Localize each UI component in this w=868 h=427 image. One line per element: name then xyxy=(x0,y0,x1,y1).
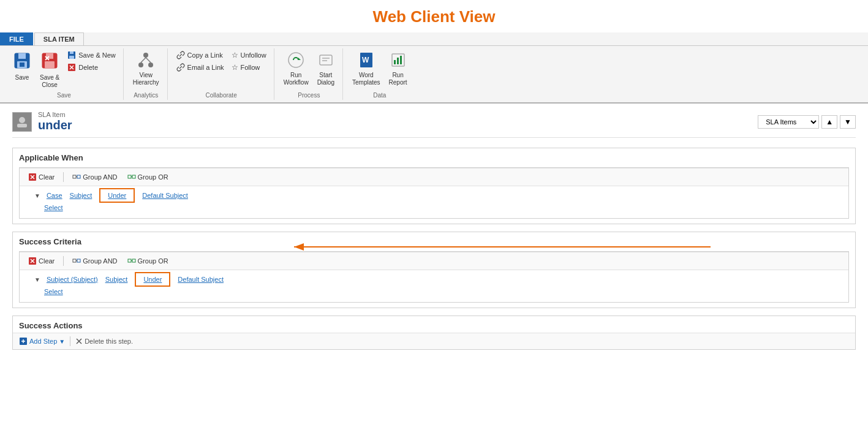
svg-rect-38 xyxy=(128,175,131,178)
value-link-1[interactable]: Default Subject xyxy=(142,192,188,199)
group-or-btn-2[interactable]: Group OR xyxy=(125,256,171,266)
email-link-button[interactable]: Email a Link xyxy=(174,62,227,73)
email-link-label: Email a Link xyxy=(187,64,224,71)
nav-dropdown[interactable]: SLA Items xyxy=(758,115,819,129)
group-and-icon-2 xyxy=(72,257,81,265)
copy-link-button[interactable]: Copy a Link xyxy=(174,50,227,61)
clear-label-1: Clear xyxy=(39,173,55,181)
group-or-label-2: Group OR xyxy=(138,257,168,265)
operator-box-1[interactable]: Under xyxy=(99,188,135,203)
svg-rect-1 xyxy=(18,53,26,59)
nav-down-arrow[interactable]: ▼ xyxy=(840,115,856,129)
add-step-button[interactable]: Add Step ▼ xyxy=(19,337,65,346)
delete-step-label: Delete this step. xyxy=(85,338,133,345)
page-title: Web Client View xyxy=(0,0,868,32)
collaborate-buttons: Copy a Link Email a Link ☆ Unfollow xyxy=(174,50,269,91)
svg-point-30 xyxy=(19,117,25,123)
group-and-btn-2[interactable]: Group AND xyxy=(70,256,119,266)
record-header: SLA Item under SLA Items ▲ ▼ xyxy=(12,104,856,138)
applicable-when-clear-btn[interactable]: Clear xyxy=(26,172,57,182)
svg-rect-21 xyxy=(320,55,332,65)
success-criteria-rows: ▼ Subject (Subject) Subject Under xyxy=(20,270,848,302)
delete-step-icon xyxy=(75,338,83,345)
analytics-group-label: Analytics xyxy=(134,92,158,99)
select-link-1[interactable]: Select xyxy=(44,204,63,211)
field-link-1[interactable]: Subject xyxy=(70,192,92,199)
group-and-btn-1[interactable]: Group AND xyxy=(70,172,119,182)
group-or-icon-1 xyxy=(127,173,136,181)
word-templates-button[interactable]: W Word Templates xyxy=(349,50,383,88)
start-dialog-label: Start Dialog xyxy=(317,72,334,86)
analytics-buttons: View Hierarchy xyxy=(130,50,162,91)
run-report-label: Run Report xyxy=(389,72,407,86)
delete-label: Delete xyxy=(78,64,98,71)
delete-step-button[interactable]: Delete this step. xyxy=(75,338,133,345)
start-dialog-button[interactable]: Start Dialog xyxy=(314,50,338,88)
value-cell-2: Default Subject xyxy=(174,274,227,284)
svg-rect-47 xyxy=(128,259,131,262)
view-hierarchy-button[interactable]: View Hierarchy xyxy=(130,50,162,88)
run-report-icon xyxy=(390,51,407,70)
svg-rect-36 xyxy=(77,175,80,178)
entity-cell-2: Subject (Subject) xyxy=(43,274,102,284)
save-close-button[interactable]: Save & Close xyxy=(37,50,62,91)
clear-label-2: Clear xyxy=(39,257,55,265)
unfollow-button[interactable]: ☆ Unfollow xyxy=(229,50,269,61)
record-info: SLA Item under xyxy=(38,111,72,132)
success-criteria-filter: Clear Group AND Group OR xyxy=(19,251,849,303)
copy-link-label: Copy a Link xyxy=(187,51,223,59)
success-criteria-title: Success Criteria xyxy=(13,232,855,249)
run-workflow-icon xyxy=(287,51,304,70)
entity-link-2[interactable]: Subject (Subject) xyxy=(47,276,98,283)
select-link-2[interactable]: Select xyxy=(44,288,63,295)
copy-link-icon xyxy=(176,51,185,59)
success-clear-btn[interactable]: Clear xyxy=(26,256,57,266)
ribbon-tabs: FILE SLA ITEM xyxy=(0,32,868,45)
applicable-when-section: Applicable When Clear Group AND xyxy=(12,148,856,224)
start-dialog-icon xyxy=(317,51,334,70)
record-type: SLA Item xyxy=(38,111,72,118)
svg-rect-44 xyxy=(73,259,76,262)
save-new-icon xyxy=(67,51,76,59)
word-templates-label: Word Templates xyxy=(352,72,380,86)
applicable-when-row: ▼ Case Subject Under Default Su xyxy=(34,189,842,202)
success-criteria-section: Success Criteria Clear Group AND xyxy=(12,232,856,308)
svg-rect-35 xyxy=(73,175,76,178)
collaborate-col2: ☆ Unfollow ☆ Follow xyxy=(229,50,269,73)
operator-cell-1: Under xyxy=(96,191,138,200)
tab-sla-item[interactable]: SLA ITEM xyxy=(34,32,84,45)
success-criteria-select-row: Select xyxy=(34,286,842,297)
run-report-button[interactable]: Run Report xyxy=(386,50,410,88)
hierarchy-icon xyxy=(137,51,154,70)
svg-text:W: W xyxy=(362,56,369,64)
add-step-dropdown[interactable]: ▼ xyxy=(59,338,65,345)
row-chevron-1[interactable]: ▼ xyxy=(34,192,40,199)
value-link-2[interactable]: Default Subject xyxy=(178,276,224,283)
field-cell-1: Subject xyxy=(66,191,96,200)
operator-box-2[interactable]: Under xyxy=(135,272,170,287)
field-link-2[interactable]: Subject xyxy=(105,276,128,283)
group-or-btn-1[interactable]: Group OR xyxy=(125,172,171,182)
process-group-label: Process xyxy=(298,92,320,99)
follow-button[interactable]: ☆ Follow xyxy=(229,62,269,73)
save-icon xyxy=(13,51,31,73)
nav-controls: SLA Items ▲ ▼ xyxy=(758,115,856,129)
nav-up-arrow[interactable]: ▲ xyxy=(821,115,837,129)
clear-icon-2 xyxy=(28,257,37,265)
data-buttons: W Word Templates Run Report xyxy=(349,50,410,91)
run-workflow-label: Run Workflow xyxy=(284,72,309,86)
success-criteria-row: ▼ Subject (Subject) Subject Under xyxy=(34,273,842,286)
row-chevron-2[interactable]: ▼ xyxy=(34,276,40,283)
save-new-button[interactable]: Save & New xyxy=(65,50,118,61)
save-button[interactable]: Save xyxy=(10,50,34,83)
view-hierarchy-label: View Hierarchy xyxy=(133,72,159,86)
save-group-label: Save xyxy=(57,92,71,99)
run-workflow-button[interactable]: Run Workflow xyxy=(281,50,312,88)
entity-link-1[interactable]: Case xyxy=(47,192,62,199)
svg-rect-45 xyxy=(77,259,80,262)
delete-button[interactable]: Delete xyxy=(65,62,118,73)
svg-rect-31 xyxy=(17,124,27,127)
record-name: under xyxy=(38,118,72,132)
svg-line-18 xyxy=(141,58,146,62)
tab-file[interactable]: FILE xyxy=(0,32,33,45)
